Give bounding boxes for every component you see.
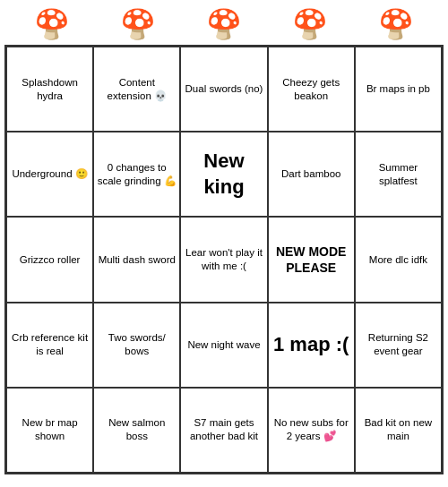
mushroom-4: 🍄 xyxy=(292,7,328,41)
cell-2-1: Multi dash sword xyxy=(93,217,180,302)
cell-3-1: Two swords/ bows xyxy=(93,303,180,388)
cell-0-4: Br maps in pb xyxy=(355,47,442,132)
cell-2-0: Grizzco roller xyxy=(6,217,93,302)
mushroom-5: 🍄 xyxy=(378,7,414,41)
cell-0-2: Dual swords (no) xyxy=(180,47,267,132)
mushroom-3: 🍄 xyxy=(206,7,242,41)
cell-4-4: Bad kit on new main xyxy=(355,388,442,473)
cell-4-3: No new subs for 2 years 💕 xyxy=(268,388,355,473)
cell-1-0: Underground 🙂 xyxy=(6,132,93,217)
cell-0-3: Cheezy gets beakon xyxy=(268,47,355,132)
cell-2-3: NEW MODE PLEASE xyxy=(268,217,355,302)
mushroom-1: 🍄 xyxy=(34,7,70,41)
cell-3-3: 1 map :( xyxy=(268,303,355,388)
cell-2-2: Lear won't play it with me :( xyxy=(180,217,267,302)
mushroom-2: 🍄 xyxy=(120,7,156,41)
cell-1-2: New king xyxy=(180,132,267,217)
cell-1-1: 0 changes to scale grinding 💪 xyxy=(93,132,180,217)
cell-1-3: Dart bamboo xyxy=(268,132,355,217)
cell-0-1: Content extension 💀 xyxy=(93,47,180,132)
cell-0-0: Splashdown hydra xyxy=(6,47,93,132)
cell-4-1: New salmon boss xyxy=(93,388,180,473)
cell-4-2: S7 main gets another bad kit xyxy=(180,388,267,473)
cell-3-2: New night wave xyxy=(180,303,267,388)
cell-2-4: More dlc idfk xyxy=(355,217,442,302)
mushroom-header: 🍄 🍄 🍄 🍄 🍄 xyxy=(9,0,439,45)
cell-3-4: Returning S2 event gear xyxy=(355,303,442,388)
bingo-grid: Splashdown hydra Content extension 💀 Dua… xyxy=(4,45,444,474)
cell-4-0: New br map shown xyxy=(6,388,93,473)
cell-3-0: Crb reference kit is real xyxy=(6,303,93,388)
cell-1-4: Summer splatfest xyxy=(355,132,442,217)
